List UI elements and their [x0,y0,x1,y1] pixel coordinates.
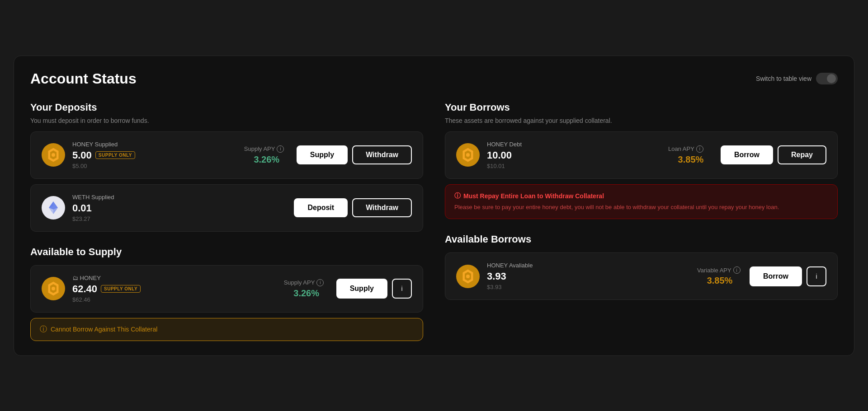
alert-text: Please be sure to pay your entire honey … [454,203,828,212]
honey-deposit-apy-value: 3.26% [244,154,289,165]
main-grid: Your Deposits You must deposit in order … [30,102,838,341]
info-icon-2: i [816,273,817,280]
honey-borrow-usd: $10.01 [487,163,661,169]
weth-deposit-actions: Deposit Withdraw [294,198,412,217]
honey-borrow-apy-value: 3.85% [668,154,713,165]
main-container: Account Status Switch to table view Your… [14,56,854,356]
honey-supply-only-badge: SUPPLY ONLY [95,151,135,159]
honey-deposit-actions: Supply Withdraw [297,145,412,164]
honey-avail-borrow-info-button[interactable]: i [807,266,826,286]
weth-deposit-info: WETH Supplied 0.01 $23.27 [72,194,287,222]
honey-avail-borrow-amount-row: 3.93 [487,271,690,282]
available-supply-section: Available to Supply 🗂 HONEY [30,246,423,341]
info-icon: i [401,285,402,292]
honey-avail-borrow-apy: Variable APY i 3.85% [697,266,742,286]
available-borrows-title: Available Borrows [445,234,838,245]
honey-available-supply-amount: 62.40 [72,283,97,295]
honey-available-supply-card: 🗂 HONEY 62.40 SUPPLY ONLY $62.46 Supply … [30,265,423,313]
weth-deposit-label: WETH Supplied [72,194,287,201]
borrows-title: Your Borrows [445,102,838,113]
svg-point-9 [52,287,55,290]
honey-deposit-amount-row: 5.00 SUPPLY ONLY [72,149,237,161]
left-column: Your Deposits You must deposit in order … [30,102,423,341]
honey-deposit-label: HONEY Supplied [72,141,237,148]
table-view-switch[interactable] [816,73,838,84]
honey-deposit-info: HONEY Supplied 5.00 SUPPLY ONLY $5.00 [72,141,237,169]
weth-token-icon [42,196,65,220]
toggle-label: Switch to table view [756,75,811,82]
honey-available-supply-apy-label: Supply APY i [284,279,329,286]
honey-deposit-usd: $5.00 [72,163,237,169]
honey-borrow-amount: 10.00 [487,149,512,161]
honey-available-supply-badge: SUPPLY ONLY [101,285,141,293]
svg-point-15 [466,275,470,278]
available-supply-title: Available to Supply [30,246,423,258]
honey-borrow-label: HONEY Debt [487,141,661,148]
honey-avail-borrow-apy-value: 3.85% [697,276,742,286]
page-title: Account Status [30,70,137,87]
honey-available-supply-apy: Supply APY i 3.26% [284,279,329,299]
honey-repay-button[interactable]: Repay [778,145,826,164]
honey-borrow-amount-row: 10.00 [487,149,661,161]
honey-avail-borrow-actions: Borrow i [750,266,826,286]
honey-deposit-withdraw-button[interactable]: Withdraw [352,145,412,164]
honey-available-supply-button[interactable]: Supply [336,279,387,299]
weth-deposit-amount-row: 0.01 [72,202,287,214]
honey-token-icon [42,143,65,167]
honey-borrow-actions: Borrow Repay [721,145,826,164]
honey-borrow-apy-info[interactable]: i [696,145,703,153]
honey-avail-borrow-info: HONEY Avaliable 3.93 $3.93 [487,262,690,290]
cannot-borrow-warning: ⓘ Cannot Borrow Against This Collateral [30,318,423,341]
honey-avail-borrow-apy-info[interactable]: i [733,266,741,274]
repay-alert-card: ⓘ Must Repay Entire Loan to Withdraw Col… [445,184,838,220]
honey-available-supply-info: 🗂 HONEY 62.40 SUPPLY ONLY $62.46 [72,275,277,303]
weth-withdraw-button[interactable]: Withdraw [352,198,412,217]
weth-deposit-amount: 0.01 [72,202,92,214]
honey-available-supply-usd: $62.46 [72,296,277,303]
honey-avail-borrow-button[interactable]: Borrow [750,266,802,286]
honey-deposit-apy-info[interactable]: i [277,145,284,153]
honey-borrow-icon [456,143,480,167]
honey-borrow-button[interactable]: Borrow [721,145,773,164]
page-header: Account Status Switch to table view [30,70,838,87]
honey-available-supply-amount-row: 62.40 SUPPLY ONLY [72,283,277,295]
table-view-toggle-group: Switch to table view [756,73,838,84]
warning-icon: ⓘ [40,325,47,334]
deposits-section: Your Deposits You must deposit in order … [30,102,423,232]
honey-available-supply-actions: Supply i [336,279,412,299]
honey-deposit-amount: 5.00 [72,149,92,161]
honey-available-borrow-card: HONEY Avaliable 3.93 $3.93 Variable APY … [445,252,838,300]
weth-deposit-usd: $23.27 [72,215,287,222]
honey-borrow-apy: Loan APY i 3.85% [668,145,713,165]
borrows-section: Your Borrows These assets are borrowed a… [445,102,838,220]
honey-available-supply-apy-info[interactable]: i [316,279,324,286]
honey-avail-borrow-label: HONEY Avaliable [487,262,690,269]
honey-deposit-apy-label: Supply APY i [244,145,289,153]
alert-title: ⓘ Must Repay Entire Loan to Withdraw Col… [454,192,828,200]
honey-borrow-apy-label: Loan APY i [668,145,713,153]
honey-available-supply-apy-value: 3.26% [284,288,329,299]
honey-avail-borrow-amount: 3.93 [487,271,506,282]
deposits-subtitle: You must deposit in order to borrow fund… [30,117,423,124]
weth-deposit-card: WETH Supplied 0.01 $23.27 Deposit Withdr… [30,184,423,232]
honey-deposit-apy: Supply APY i 3.26% [244,145,289,165]
honey-avail-borrow-apy-label: Variable APY i [697,266,742,274]
honey-available-supply-label: 🗂 HONEY [72,275,277,281]
svg-point-2 [52,153,55,157]
honey-available-supply-info-button[interactable]: i [392,279,412,299]
honey-borrow-info: HONEY Debt 10.00 $10.01 [487,141,661,169]
honey-borrow-card: HONEY Debt 10.00 $10.01 Loan APY i 3.85% [445,131,838,179]
weth-deposit-button[interactable]: Deposit [294,198,348,217]
available-borrows-section: Available Borrows HONEY Avaliable [445,234,838,300]
deposits-title: Your Deposits [30,102,423,113]
alert-icon: ⓘ [454,192,461,200]
svg-point-12 [466,153,470,157]
borrows-subtitle: These assets are borrowed against your s… [445,117,838,124]
honey-avail-borrow-icon [456,265,480,288]
honey-avail-borrow-usd: $3.93 [487,284,690,290]
honey-deposit-card: HONEY Supplied 5.00 SUPPLY ONLY $5.00 Su… [30,131,423,179]
honey-available-icon [42,277,65,300]
right-column: Your Borrows These assets are borrowed a… [445,102,838,341]
warning-text: Cannot Borrow Against This Collateral [51,326,157,333]
honey-supply-button[interactable]: Supply [297,145,348,164]
